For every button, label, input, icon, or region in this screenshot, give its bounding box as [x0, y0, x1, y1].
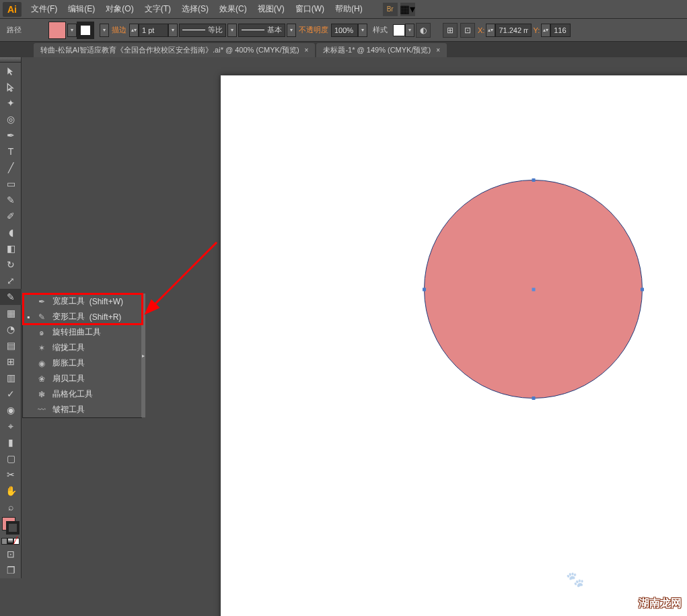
arrange-icon[interactable]: ▦▾: [400, 3, 415, 16]
wrinkle-tool-icon: 〰: [35, 405, 48, 415]
anchor-center[interactable]: [532, 287, 535, 291]
stroke-weight-down-icon[interactable]: ▴▾: [129, 24, 139, 37]
scallop-tool-icon: ❀: [35, 374, 48, 384]
y-stepper-icon[interactable]: ▴▾: [541, 24, 550, 37]
style-drop-icon[interactable]: ▾: [405, 24, 414, 37]
flyout-wrinkle-tool[interactable]: 〰皱褶工具: [23, 402, 141, 417]
width-tool-icon: ✒: [35, 296, 48, 307]
tab-document-1[interactable]: 转曲-松鼠AI智适应教育《全国合作校校区安全指南》.ai* @ 400% (CM…: [34, 43, 315, 57]
anchor-top[interactable]: [532, 178, 535, 182]
menu-object[interactable]: 对象(O): [100, 1, 139, 18]
watermark-baidu-url: jingyan.baidu.com: [538, 588, 626, 596]
lasso-tool[interactable]: ◎: [0, 111, 22, 127]
rectangle-tool[interactable]: ▭: [0, 176, 22, 192]
y-input[interactable]: [550, 24, 571, 37]
tab-document-2[interactable]: 未标题-1* @ 149% (CMYK/预览)×: [316, 43, 447, 57]
stroke-label[interactable]: 描边: [112, 25, 126, 35]
style-swatch[interactable]: [393, 24, 405, 36]
selection-tool[interactable]: [0, 63, 22, 79]
change-screen-tool[interactable]: ❐: [0, 562, 22, 578]
fill-swatch[interactable]: [48, 22, 66, 39]
ellipse-shape[interactable]: [424, 180, 643, 399]
opacity-label[interactable]: 不透明度: [299, 25, 328, 35]
color-mode-swatches[interactable]: ╱: [0, 537, 21, 546]
eraser-tool[interactable]: ◧: [0, 240, 22, 256]
flyout-bloat-tool[interactable]: ◉膨胀工具: [23, 355, 141, 371]
menu-select[interactable]: 选择(S): [176, 1, 214, 18]
x-stepper-icon[interactable]: ▴▾: [486, 24, 495, 37]
blend-tool[interactable]: ◉: [0, 402, 22, 418]
bloat-tool-icon: ◉: [35, 358, 48, 369]
menu-window[interactable]: 窗口(W): [290, 1, 330, 18]
opacity-drop-icon[interactable]: ▾: [358, 24, 367, 37]
menu-view[interactable]: 视图(V): [252, 1, 290, 18]
shape-builder-tool[interactable]: ◔: [0, 321, 22, 337]
screen-mode-tool[interactable]: ⊡: [0, 546, 22, 562]
menu-help[interactable]: 帮助(H): [330, 1, 368, 18]
symbol-sprayer-tool[interactable]: ⌖: [0, 418, 22, 434]
line-tool[interactable]: ╱: [0, 160, 22, 176]
menu-effect[interactable]: 效果(C): [214, 1, 252, 18]
flyout-tearoff-icon[interactable]: ▸: [141, 294, 145, 417]
pen-tool[interactable]: ✒: [0, 127, 22, 143]
flyout-label: 扇贝工具: [52, 373, 85, 384]
anchor-right[interactable]: [641, 287, 644, 291]
brush-select[interactable]: 基本: [238, 24, 285, 37]
flyout-width-tool[interactable]: ✒宽度工具 (Shift+W): [23, 294, 141, 309]
profile-select[interactable]: 等比: [179, 24, 226, 37]
artboard[interactable]: [221, 75, 687, 616]
bridge-icon[interactable]: Br: [383, 3, 398, 16]
slice-tool[interactable]: ✂: [0, 467, 22, 483]
stroke-dropdown-icon[interactable]: ▾: [100, 24, 109, 37]
free-transform-tool[interactable]: ▦: [0, 305, 22, 321]
flyout-shortcut: (Shift+R): [89, 312, 122, 322]
zoom-tool[interactable]: ⌕: [0, 499, 22, 515]
width-tool[interactable]: ✎: [0, 289, 22, 305]
direct-selection-tool[interactable]: [0, 79, 22, 95]
menu-type[interactable]: 文字(T): [139, 1, 176, 18]
profile-drop-icon[interactable]: ▾: [227, 24, 237, 37]
blob-brush-tool[interactable]: ◖: [0, 224, 22, 240]
paintbrush-tool[interactable]: ✎: [0, 192, 22, 208]
stroke-weight-input[interactable]: [139, 24, 168, 37]
warp-tool-icon: ✎: [35, 312, 48, 322]
flyout-scallop-tool[interactable]: ❀扇贝工具: [23, 371, 141, 386]
close-icon[interactable]: ×: [305, 46, 309, 54]
anchor-bottom[interactable]: [532, 397, 535, 400]
flyout-warp-tool[interactable]: ▪✎变形工具 (Shift+R): [23, 309, 141, 324]
stroke-color[interactable]: [6, 521, 20, 535]
gradient-tool[interactable]: ▥: [0, 370, 22, 386]
hand-tool[interactable]: ✋: [0, 483, 22, 499]
opacity-input[interactable]: [331, 24, 358, 37]
rotate-tool[interactable]: ↻: [0, 256, 22, 273]
width-tool-flyout: ✒宽度工具 (Shift+W) ▪✎变形工具 (Shift+R) ๑旋转扭曲工具…: [22, 293, 142, 418]
perspective-tool[interactable]: ▤: [0, 337, 22, 353]
align-icon[interactable]: ⊞: [443, 23, 458, 38]
type-tool[interactable]: T: [0, 143, 22, 160]
anchor-left[interactable]: [423, 287, 426, 291]
recolor-icon[interactable]: ◐: [416, 23, 431, 38]
brush-drop-icon[interactable]: ▾: [287, 24, 296, 37]
flyout-crystallize-tool[interactable]: ❃晶格化工具: [23, 386, 141, 402]
mesh-tool[interactable]: ⊞: [0, 353, 22, 370]
magic-wand-tool[interactable]: ✦: [0, 95, 22, 111]
pencil-tool[interactable]: ✐: [0, 208, 22, 224]
control-bar: 路径 ▾ ▾ 描边 ▴▾ ▾ 等比▾ 基本▾ 不透明度 ▾ 样式 ▾ ◐ ⊞ ⊡…: [0, 19, 687, 42]
close-icon[interactable]: ×: [436, 46, 440, 54]
menu-edit[interactable]: 编辑(E): [63, 1, 100, 18]
stroke-weight-drop-icon[interactable]: ▾: [168, 24, 178, 37]
flyout-pucker-tool[interactable]: ✶缩拢工具: [23, 340, 141, 355]
flyout-twirl-tool[interactable]: ๑旋转扭曲工具: [23, 324, 141, 340]
artboard-tool[interactable]: ▢: [0, 450, 22, 467]
transform-icon[interactable]: ⊡: [460, 23, 475, 38]
column-graph-tool[interactable]: ▮: [0, 434, 22, 450]
fill-dropdown-icon[interactable]: ▾: [67, 24, 77, 37]
stroke-swatch[interactable]: [77, 22, 94, 39]
x-input[interactable]: [495, 24, 532, 37]
menu-file[interactable]: 文件(F): [26, 1, 63, 18]
scale-tool[interactable]: ⤢: [0, 273, 22, 289]
eyedropper-tool[interactable]: ✓: [0, 386, 22, 402]
panel-grip[interactable]: [0, 57, 21, 63]
fill-stroke-colors[interactable]: [2, 517, 20, 535]
selection-type-label: 路径: [7, 25, 22, 35]
